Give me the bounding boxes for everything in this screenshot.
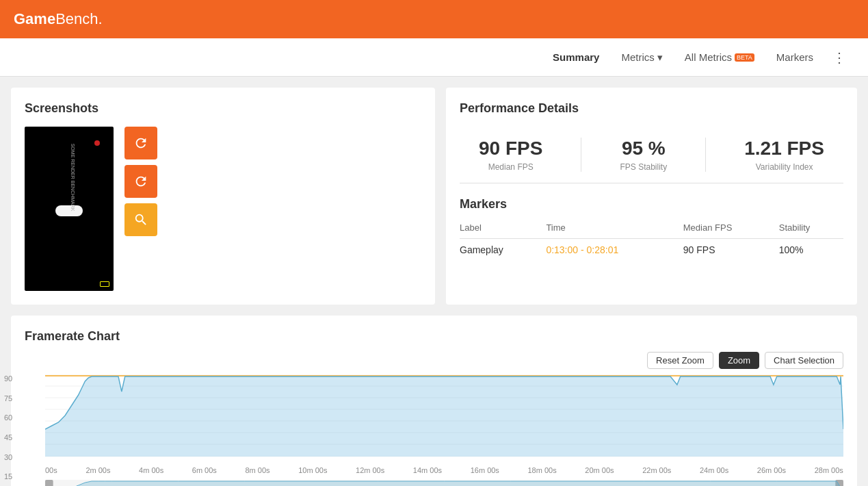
nav-item-summary[interactable]: Summary xyxy=(542,46,610,68)
phone-text: SOME RENDER BENCHMARK xyxy=(70,144,75,212)
metric-variability: 1.21 FPS Variability Index xyxy=(744,138,824,172)
main-content: Screenshots SOME RENDER BENCHMARK xyxy=(0,77,868,486)
framerate-chart-panel: Framerate Chart Reset Zoom Zoom Chart Se… xyxy=(11,316,857,486)
x-label-28m: 28m 00s xyxy=(815,466,843,474)
y-label-75: 75 xyxy=(4,394,12,402)
phone-ui-button xyxy=(55,205,83,216)
logo: GameBench. xyxy=(14,10,103,28)
chart-selection-button[interactable]: Chart Selection xyxy=(765,352,843,369)
chart-title: Framerate Chart xyxy=(25,329,843,344)
refresh-icon-1 xyxy=(133,136,148,151)
mini-chart-svg xyxy=(45,480,843,486)
screenshot-zoom-btn[interactable] xyxy=(124,203,157,236)
row-stability: 100% xyxy=(779,239,843,261)
metric-divider-2 xyxy=(705,138,706,172)
x-label-22m: 22m 00s xyxy=(642,466,671,474)
y-label-45: 45 xyxy=(4,433,12,442)
screenshots-title: Screenshots xyxy=(25,101,421,116)
mini-chart-area[interactable]: 00:00 00:05 00:10 00:15 00:20 00:25 xyxy=(45,480,843,486)
screenshots-content: SOME RENDER BENCHMARK xyxy=(25,127,421,291)
x-label-26m: 26m 00s xyxy=(757,466,786,474)
y-label-60: 60 xyxy=(4,413,12,422)
x-label-8m: 8m 00s xyxy=(245,466,269,474)
refresh-icon-2 xyxy=(133,174,148,189)
chart-area[interactable] xyxy=(45,374,843,463)
markers-table: Label Time Median FPS Stability Gameplay… xyxy=(460,220,843,261)
metric-fps-value: 90 FPS xyxy=(479,138,542,159)
x-label-0: 00s xyxy=(45,466,57,474)
col-time: Time xyxy=(546,220,683,239)
x-label-20m: 20m 00s xyxy=(585,466,614,474)
x-label-14m: 14m 00s xyxy=(413,466,442,474)
table-row: Gameplay 0:13:00 - 0:28:01 90 FPS 100% xyxy=(460,239,843,261)
x-label-12m: 12m 00s xyxy=(356,466,384,474)
zoom-icon xyxy=(133,212,148,227)
metric-divider-1 xyxy=(581,138,581,172)
phone-indicator-dot xyxy=(94,140,100,146)
chart-svg xyxy=(45,374,843,457)
x-label-10m: 10m 00s xyxy=(298,466,327,474)
nav-item-markers[interactable]: Markers xyxy=(765,46,824,68)
markers-section: Markers Label Time Median FPS Stability … xyxy=(460,197,843,261)
metric-fps-label: Median FPS xyxy=(479,162,542,172)
metric-variability-label: Variability Index xyxy=(744,162,824,172)
x-label-2m: 2m 00s xyxy=(86,466,110,474)
zoom-button[interactable]: Zoom xyxy=(719,352,759,369)
logo-bench: Bench. xyxy=(55,10,103,27)
dropdown-icon: ▾ xyxy=(657,51,663,64)
nav-more-button[interactable]: ⋮ xyxy=(824,44,854,71)
screenshot-image: SOME RENDER BENCHMARK xyxy=(25,127,114,291)
chart-x-labels: 00s 2m 00s 4m 00s 6m 00s 8m 00s 10m 00s … xyxy=(45,466,843,474)
x-label-24m: 24m 00s xyxy=(700,466,728,474)
markers-title: Markers xyxy=(460,197,843,212)
header: GameBench. xyxy=(0,0,868,38)
svg-rect-10 xyxy=(45,480,53,486)
nav-item-metrics[interactable]: Metrics ▾ xyxy=(610,46,673,69)
x-label-16m: 16m 00s xyxy=(471,466,499,474)
metric-stability-value: 95 % xyxy=(620,138,667,159)
col-stability: Stability xyxy=(779,220,843,239)
perf-title: Performance Details xyxy=(460,101,843,116)
metric-fps: 90 FPS Median FPS xyxy=(479,138,542,172)
beta-badge: BETA xyxy=(735,53,754,62)
screenshots-panel: Screenshots SOME RENDER BENCHMARK xyxy=(11,88,435,305)
perf-metrics-row: 90 FPS Median FPS 95 % FPS Stability 1.2… xyxy=(460,127,843,183)
performance-panel: Performance Details 90 FPS Median FPS 95… xyxy=(446,88,857,305)
reset-zoom-button[interactable]: Reset Zoom xyxy=(647,352,713,369)
marker-time-link[interactable]: 0:13:00 - 0:28:01 xyxy=(546,244,618,255)
col-label: Label xyxy=(460,220,546,239)
top-row: Screenshots SOME RENDER BENCHMARK xyxy=(11,88,857,305)
logo-game: Game xyxy=(14,10,55,27)
metric-variability-value: 1.21 FPS xyxy=(744,138,824,159)
chart-controls: Reset Zoom Zoom Chart Selection xyxy=(25,352,843,369)
metric-stability-label: FPS Stability xyxy=(620,162,667,172)
y-axis-labels: 90 75 60 45 30 15 0 xyxy=(4,374,12,486)
row-time: 0:13:00 - 0:28:01 xyxy=(546,239,683,261)
y-label-90: 90 xyxy=(4,374,12,383)
phone-battery-icon xyxy=(100,281,109,287)
row-median-fps: 90 FPS xyxy=(683,239,779,261)
row-label: Gameplay xyxy=(460,239,546,261)
screenshot-refresh-btn-1[interactable] xyxy=(124,127,157,159)
x-label-18m: 18m 00s xyxy=(528,466,557,474)
x-label-4m: 4m 00s xyxy=(139,466,163,474)
screenshot-refresh-btn-2[interactable] xyxy=(124,165,157,198)
y-label-30: 30 xyxy=(4,453,12,461)
x-label-6m: 6m 00s xyxy=(192,466,217,474)
metric-stability: 95 % FPS Stability xyxy=(620,138,667,172)
nav-item-all-metrics[interactable]: All Metrics BETA xyxy=(674,46,765,68)
y-label-15: 15 xyxy=(4,472,12,481)
col-median-fps: Median FPS xyxy=(683,220,779,239)
nav-bar: Summary Metrics ▾ All Metrics BETA Marke… xyxy=(0,38,868,77)
chart-wrapper: 90 75 60 45 30 15 0 xyxy=(25,374,843,486)
screenshot-action-buttons xyxy=(124,127,157,236)
